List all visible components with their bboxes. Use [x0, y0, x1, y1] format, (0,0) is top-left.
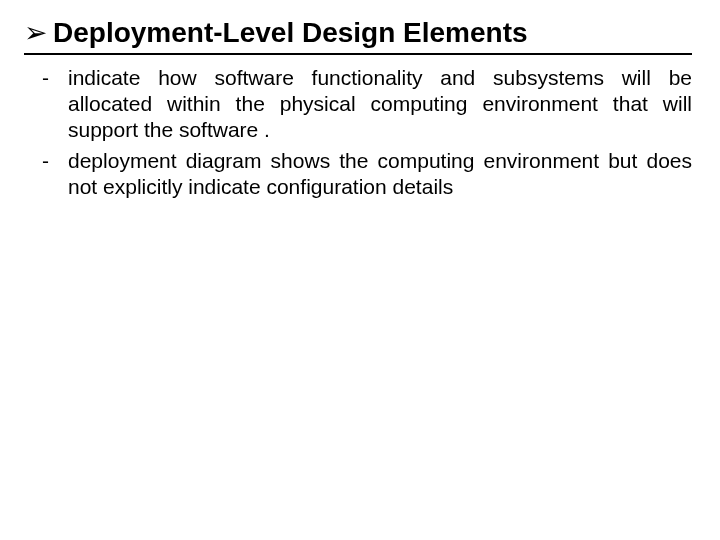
heading-row: ➢ Deployment-Level Design Elements: [24, 18, 692, 55]
list-item: - deployment diagram shows the computing…: [42, 148, 692, 201]
body-list: - indicate how software functionality an…: [42, 65, 692, 200]
list-item-text: indicate how software functionality and …: [68, 66, 692, 142]
dash-icon: -: [42, 148, 49, 174]
dash-icon: -: [42, 65, 49, 91]
page-title: Deployment-Level Design Elements: [53, 18, 528, 49]
chevron-right-icon: ➢: [24, 19, 47, 47]
list-item: - indicate how software functionality an…: [42, 65, 692, 144]
list-item-text: deployment diagram shows the computing e…: [68, 149, 692, 198]
slide: ➢ Deployment-Level Design Elements - ind…: [0, 0, 720, 540]
